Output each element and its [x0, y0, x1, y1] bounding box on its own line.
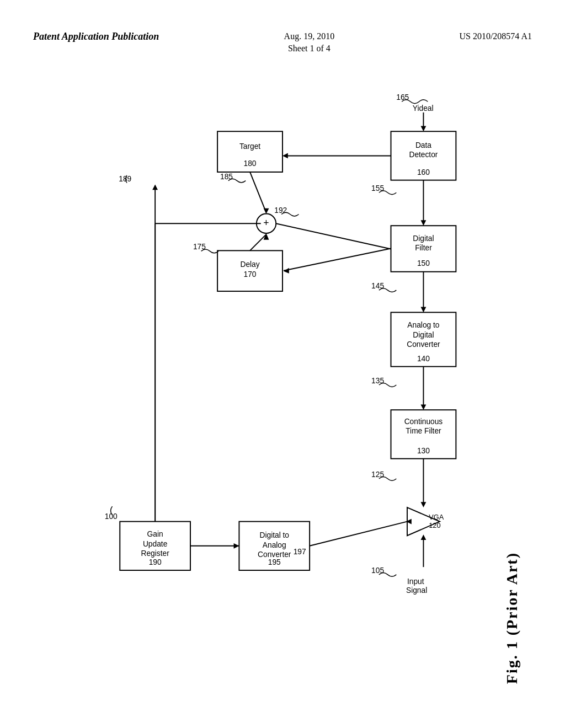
- svg-marker-15: [234, 543, 239, 549]
- diagram-area: 165 Yideal Data Detector 160 155 Digital…: [33, 77, 532, 695]
- label-vga: VGA: [429, 513, 444, 521]
- label-yideal: Yideal: [413, 104, 434, 113]
- publication-number: US 2010/208574 A1: [459, 30, 532, 42]
- label-170: 170: [244, 270, 257, 279]
- label-register: Register: [141, 549, 170, 558]
- label-160: 160: [417, 168, 430, 176]
- label-filter: Filter: [415, 244, 432, 252]
- label-digital2: Digital: [413, 331, 434, 339]
- svg-marker-1: [421, 126, 427, 131]
- pub-date: Aug. 19, 2010: [284, 31, 335, 41]
- label-190: 190: [149, 558, 162, 566]
- svg-marker-29: [152, 185, 158, 190]
- svg-marker-3: [421, 220, 427, 226]
- svg-marker-7: [421, 404, 427, 410]
- circuit-diagram: 165 Yideal Data Detector 160 155 Digital…: [33, 77, 532, 695]
- label-150: 150: [417, 259, 430, 267]
- label-delay: Delay: [240, 260, 259, 269]
- page: Patent Application Publication Aug. 19, …: [0, 0, 565, 728]
- svg-marker-5: [421, 307, 427, 313]
- label-gain: Gain: [147, 530, 163, 538]
- label-digital: Digital: [413, 234, 434, 243]
- label-data-detector2: Detector: [409, 151, 438, 159]
- label-converter2: Converter: [258, 550, 291, 559]
- svg-line-12: [310, 522, 407, 546]
- label-update: Update: [143, 540, 168, 548]
- label-plus: +: [263, 217, 269, 228]
- label-135: 135: [371, 377, 384, 385]
- label-155: 155: [371, 184, 384, 192]
- label-189: 189: [119, 175, 131, 183]
- label-data-detector: Data: [415, 141, 431, 149]
- svg-line-22: [284, 248, 391, 270]
- label-analog-to: Analog to: [407, 321, 439, 329]
- label-signal: Signal: [406, 586, 427, 595]
- svg-marker-27: [282, 153, 288, 159]
- label-105: 105: [371, 566, 384, 575]
- label-180: 180: [244, 159, 257, 168]
- publication-date-sheet: Aug. 19, 2010 Sheet 1 of 4: [284, 30, 335, 55]
- label-continuous: Continuous: [404, 417, 443, 426]
- svg-line-24: [250, 172, 266, 213]
- svg-line-20: [250, 234, 266, 250]
- svg-marker-11: [421, 534, 427, 540]
- label-target: Target: [239, 142, 260, 151]
- figure-label: Fig. 1 (Prior Art): [503, 552, 521, 684]
- label-time-filter: Time Filter: [406, 427, 441, 435]
- publication-title: Patent Application Publication: [33, 30, 159, 43]
- label-175: 175: [193, 243, 206, 251]
- label-analog: Analog: [263, 541, 286, 549]
- label-converter: Converter: [407, 340, 440, 349]
- label-185: 185: [220, 173, 233, 181]
- label-digital-to: Digital to: [260, 531, 290, 539]
- label-125: 125: [371, 470, 384, 479]
- label-195: 195: [268, 558, 281, 566]
- label-140: 140: [417, 355, 430, 363]
- svg-marker-25: [264, 208, 269, 214]
- page-header: Patent Application Publication Aug. 19, …: [0, 30, 565, 55]
- label-120: 120: [429, 521, 440, 529]
- label-input: Input: [407, 577, 424, 586]
- svg-line-18: [276, 223, 391, 249]
- label-197: 197: [294, 548, 306, 556]
- sheet-info: Sheet 1 of 4: [288, 44, 331, 53]
- svg-marker-9: [421, 502, 427, 507]
- label-130: 130: [417, 447, 430, 455]
- label-145: 145: [371, 282, 384, 290]
- label-192: 192: [274, 206, 287, 215]
